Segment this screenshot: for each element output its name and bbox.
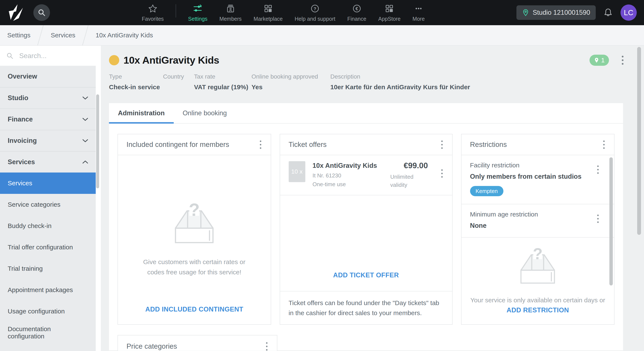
sidebar-item-usage-configuration[interactable]: Usage configuration — [0, 301, 96, 322]
tab-online-booking[interactable]: Online booking — [174, 103, 236, 123]
add-restriction-button[interactable]: ADD RESTRICTION — [506, 305, 569, 324]
location-pin-icon — [594, 57, 599, 63]
empty-state-text: Your service is only available on certai… — [470, 295, 605, 305]
studio-selector-chip[interactable]: Studio 1210001590 — [516, 5, 596, 20]
nav-item-more[interactable]: More — [412, 3, 425, 22]
sidebar-menu: Overview Studio Finance Invoicing — [0, 66, 96, 351]
sidebar-item-studio[interactable]: Studio — [0, 87, 96, 108]
global-search-button[interactable] — [33, 4, 50, 21]
restrictions-scrollbar[interactable] — [610, 157, 613, 286]
euro-circle-icon: € — [352, 3, 362, 14]
sidebar-search-input[interactable] — [19, 52, 95, 60]
sliders-icon — [193, 3, 202, 14]
sidebar-item-label: Trial offer configuration — [8, 244, 73, 251]
sidebar-item-buddy-check-in[interactable]: Buddy check-in — [0, 215, 96, 237]
facility-restriction-section: Facility restriction Only members from c… — [462, 155, 614, 204]
main-content: 10x AntiGravity Kids 1 Type Check-in — [101, 46, 644, 351]
sidebar-item-trial-offer-configuration[interactable]: Trial offer configuration — [0, 237, 96, 258]
card-title: Restrictions — [470, 140, 507, 149]
meta-label-description: Description — [330, 73, 644, 80]
breadcrumb-services[interactable]: Services — [51, 31, 75, 39]
sidebar-item-label: Documentation configuration — [8, 325, 88, 340]
notifications-button[interactable] — [603, 7, 613, 18]
included-contingent-kebab-menu[interactable] — [259, 140, 262, 150]
sidebar-item-finance[interactable]: Finance — [0, 108, 96, 130]
meta-value-country — [163, 83, 194, 91]
tab-bar: Administration Online booking — [109, 103, 623, 124]
restrictions-scroll-area: Facility restriction Only members from c… — [462, 155, 614, 305]
meta-label-country: Country — [163, 73, 194, 80]
minimum-age-restriction-kebab-menu[interactable] — [596, 214, 600, 237]
magicline-logo[interactable] — [7, 3, 24, 22]
svg-text:?: ? — [533, 245, 543, 263]
location-pin-icon — [522, 9, 529, 16]
meta-label-tax-rate: Tax rate — [194, 73, 252, 80]
service-meta: Type Check-in service Country Tax rate V… — [109, 73, 644, 91]
restriction-value: None — [470, 222, 596, 230]
ticket-offers-card: Ticket offers 10 x 10x AntiGravity Kids … — [280, 134, 452, 325]
nav-item-help-and-support[interactable]: ? Help and support — [295, 3, 335, 22]
page-scrollbar[interactable] — [637, 47, 641, 235]
restrictions-card: Restrictions Facility restriction Only m… — [461, 134, 615, 325]
sidebar-item-services[interactable]: Services — [0, 173, 96, 194]
user-avatar[interactable]: LC — [620, 4, 637, 21]
sidebar-item-label: Trial training — [8, 265, 43, 272]
service-status-dot — [109, 55, 119, 65]
location-count: 1 — [601, 56, 605, 64]
nav-item-settings[interactable]: Settings — [188, 3, 207, 22]
ticket-offer-item-number: It Nr. 61230 — [312, 172, 383, 179]
breadcrumb-current-page: 10x AntiGravity Kids — [96, 31, 153, 39]
nav-item-label: Members — [220, 16, 242, 22]
top-navbar: Favorites Settings — [0, 0, 644, 25]
sidebar-item-documentation-configuration[interactable]: Documentation configuration — [0, 322, 96, 343]
price-categories-kebab-menu[interactable] — [265, 342, 268, 351]
restriction-label: Minimum age restriction — [470, 211, 596, 218]
meta-value-tax-rate: VAT regular (19%) — [194, 83, 252, 91]
ticket-offer-kebab-menu[interactable] — [440, 168, 444, 189]
sidebar-item-overview[interactable]: Overview — [0, 66, 96, 87]
included-contingent-card: Included contingent for members ? — [118, 134, 271, 325]
ellipsis-icon — [414, 3, 424, 14]
restriction-value: Only members from certain studios — [470, 173, 596, 180]
tab-label: Administration — [118, 109, 165, 117]
nav-item-favorites[interactable]: Favorites — [142, 3, 164, 22]
nav-item-marketplace[interactable]: Marketplace — [254, 3, 283, 22]
facility-restriction-kebab-menu[interactable] — [596, 165, 600, 204]
sidebar-item-services-section[interactable]: Services — [0, 151, 96, 173]
nav-item-finance[interactable]: € Finance — [347, 3, 366, 22]
sidebar-scrollbar[interactable] — [96, 94, 99, 188]
chevron-down-icon — [82, 118, 88, 121]
sidebar-item-label: Overview — [8, 73, 37, 80]
tab-label: Online booking — [183, 109, 227, 117]
ticket-offers-kebab-menu[interactable] — [440, 140, 444, 150]
restrictions-kebab-menu[interactable] — [602, 140, 606, 150]
location-count-badge[interactable]: 1 — [590, 55, 609, 66]
nav-item-members[interactable]: Members — [220, 3, 242, 22]
sidebar-item-invoicing[interactable]: Invoicing — [0, 130, 96, 151]
card-title: Included contingent for members — [126, 140, 229, 149]
sidebar-item-appointment-packages[interactable]: Appointment packages — [0, 279, 96, 301]
help-circle-icon: ? — [310, 3, 320, 14]
ticket-offer-name: 10x AntiGravity Kids — [312, 161, 383, 170]
page-title: 10x AntiGravity Kids — [124, 54, 219, 66]
tab-administration[interactable]: Administration — [109, 103, 174, 123]
empty-state-text: Give customers with certain rates or cod… — [143, 257, 246, 277]
nav-item-appstore[interactable]: AppStore — [378, 3, 400, 22]
header-kebab-menu[interactable] — [621, 55, 624, 65]
add-included-contingent-button[interactable]: ADD INCLUDED CONTINGENT — [145, 306, 243, 324]
price-categories-card: Price categories — [118, 335, 277, 351]
minimum-age-restriction-section: Minimum age restriction None — [462, 204, 614, 238]
sidebar-item-label: Appointment packages — [8, 286, 73, 294]
ticket-offer-thumbnail: 10 x — [289, 161, 305, 182]
breadcrumb-settings[interactable]: Settings — [7, 31, 30, 39]
sidebar-item-service-categories[interactable]: Service categories — [0, 194, 96, 215]
empty-box-illustration: ? — [516, 243, 560, 284]
chevron-up-icon — [82, 160, 88, 164]
navbar-divider — [176, 4, 176, 17]
sidebar-item-trial-training[interactable]: Trial training — [0, 258, 96, 279]
nav-item-label: AppStore — [378, 16, 400, 22]
add-ticket-offer-button[interactable]: ADD TICKET OFFER — [333, 271, 399, 291]
nav-item-label: Finance — [347, 16, 366, 22]
ticket-offer-price: €99.00 — [390, 161, 433, 170]
bell-icon — [603, 7, 613, 18]
